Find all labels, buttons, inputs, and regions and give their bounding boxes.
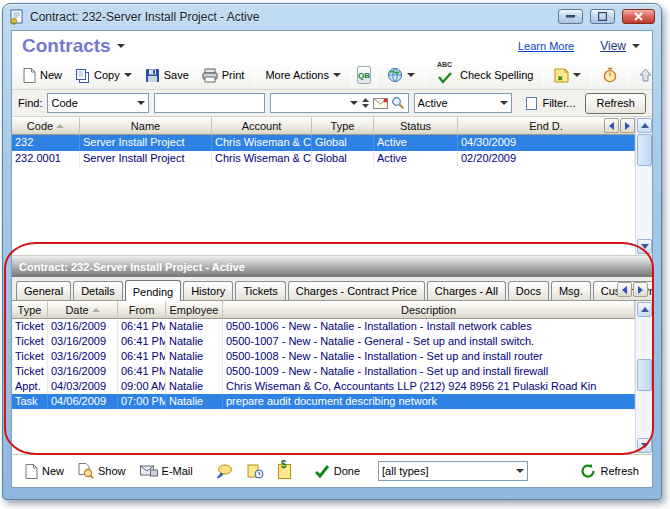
column-header-type[interactable]: Type — [312, 117, 374, 135]
pending-grid-rows: Ticket03/16/200906:41 PMNatalie0500-1006… — [12, 319, 635, 409]
email-button[interactable]: E-Mail — [135, 463, 198, 479]
save-floppy-icon — [145, 68, 160, 83]
filter-checkbox[interactable] — [526, 97, 538, 110]
view-menu[interactable]: View — [600, 39, 626, 53]
scrollbar-thumb[interactable] — [637, 359, 652, 391]
scroll-down-button[interactable] — [637, 239, 652, 254]
web-button[interactable] — [382, 65, 420, 85]
table-row[interactable]: Task04/06/200907:00 PMNatalieprepare aud… — [12, 394, 635, 409]
chevron-down-icon — [350, 101, 358, 105]
chevron-down-icon — [137, 101, 145, 105]
more-actions-button[interactable]: More Actions — [260, 67, 346, 83]
refresh-activities-button[interactable]: Refresh — [575, 461, 644, 481]
column-header-date[interactable]: Date — [48, 301, 118, 319]
web-chevron-down-icon — [407, 73, 415, 77]
column-header-account[interactable]: Account — [212, 117, 312, 135]
check-spelling-button[interactable]: ABC Check Spelling — [431, 64, 538, 86]
new-button[interactable]: New — [18, 66, 67, 85]
refresh-icon — [580, 463, 596, 479]
column-scroll-left-button[interactable] — [604, 118, 619, 133]
column-header-type[interactable]: Type — [12, 301, 48, 319]
pending-grid: Type Date From Employee Description Tick… — [12, 301, 652, 454]
move-up-button[interactable] — [634, 66, 653, 84]
new-page-icon — [23, 68, 36, 83]
chevron-down-icon — [500, 101, 508, 105]
scroll-down-button[interactable] — [637, 438, 652, 453]
tab-msg[interactable]: Msg. — [551, 281, 591, 300]
type-filter-select[interactable]: [all types] — [378, 461, 528, 481]
quickbooks-button[interactable]: QB — [357, 66, 371, 84]
mail-list-icon[interactable] — [373, 98, 388, 109]
refresh-button[interactable]: Refresh — [585, 93, 646, 114]
timer-button[interactable] — [597, 65, 623, 85]
table-cell: Active — [374, 135, 458, 151]
table-cell: Natalie — [166, 394, 223, 409]
column-scroll-right-button[interactable] — [620, 118, 635, 133]
find-field-select[interactable]: Code — [47, 93, 149, 113]
column-header-employee[interactable]: Employee — [166, 301, 223, 319]
tab-scroll-left-button[interactable] — [617, 282, 632, 297]
window-title: Contract: 232-Server Install Project - A… — [30, 10, 551, 24]
table-row[interactable]: Ticket03/16/200906:41 PMNatalie0500-1009… — [12, 364, 635, 379]
new-activity-button[interactable]: New — [20, 462, 69, 481]
export-note-icon — [554, 68, 569, 83]
tab-pending[interactable]: Pending — [125, 280, 181, 301]
contracts-grid: Code Name Account Type Status End D. 232… — [12, 117, 652, 256]
tab-history[interactable]: History — [183, 281, 233, 300]
show-button[interactable]: Show — [73, 461, 131, 481]
print-button[interactable]: Print — [197, 66, 250, 85]
search-input[interactable] — [154, 93, 265, 113]
table-row[interactable]: 232Server Install ProjectChris Wiseman &… — [12, 135, 635, 151]
tab-general[interactable]: General — [16, 281, 71, 300]
scroll-up-button[interactable] — [637, 302, 652, 317]
table-row[interactable]: Ticket03/16/200906:41 PMNatalie0500-1006… — [12, 319, 635, 334]
export-button[interactable] — [549, 66, 586, 85]
close-button[interactable] — [622, 9, 655, 24]
tab-charges-contract-price[interactable]: Charges - Contract Price — [288, 281, 425, 300]
new-charge-button[interactable]: $ — [273, 462, 296, 481]
pending-grid-scrollbar[interactable] — [635, 301, 652, 454]
tab-scroll-right-button[interactable] — [633, 282, 648, 297]
callout-balloon-icon — [216, 464, 233, 479]
tab-tickets[interactable]: Tickets — [235, 281, 285, 300]
view-chevron-down-icon[interactable] — [632, 44, 640, 48]
minimize-button[interactable] — [558, 9, 583, 24]
contracts-grid-header: Code Name Account Type Status End D. — [12, 117, 635, 135]
contracts-grid-scrollbar[interactable] — [635, 117, 652, 255]
new-appointment-button[interactable] — [242, 462, 269, 481]
learn-more-link[interactable]: Learn More — [518, 40, 574, 52]
table-row[interactable]: Ticket03/16/200906:41 PMNatalie0500-1007… — [12, 334, 635, 349]
table-cell: 09:00 AM — [118, 379, 166, 394]
copy-icon — [75, 68, 90, 83]
updown-arrows-icon[interactable] — [361, 97, 370, 109]
column-header-description[interactable]: Description — [223, 301, 635, 319]
table-row[interactable]: Appt.04/03/200909:00 AMNatalieChris Wise… — [12, 379, 635, 394]
scrollbar-thumb[interactable] — [637, 134, 652, 166]
title-bar[interactable]: Contract: 232-Server Install Project - A… — [3, 4, 661, 29]
column-header-status[interactable]: Status — [374, 117, 458, 135]
search-icon[interactable] — [391, 96, 405, 110]
stopwatch-icon — [602, 67, 618, 83]
tab-charges-all[interactable]: Charges - All — [427, 281, 506, 300]
table-row[interactable]: 232.0001Server Install ProjectChris Wise… — [12, 151, 635, 167]
chevron-down-icon[interactable] — [117, 44, 125, 48]
column-header-name[interactable]: Name — [80, 117, 212, 135]
table-cell: 06:41 PM — [118, 364, 166, 379]
restore-button[interactable] — [590, 9, 615, 24]
column-header-from[interactable]: From — [118, 301, 166, 319]
column-header-code[interactable]: Code — [12, 117, 80, 135]
status-filter-select[interactable]: Active — [414, 93, 512, 113]
scroll-up-button[interactable] — [637, 118, 652, 133]
table-cell: 06:41 PM — [118, 319, 166, 334]
table-cell: 02/20/2009 — [458, 151, 635, 167]
tab-details[interactable]: Details — [73, 281, 123, 300]
table-row[interactable]: Ticket03/16/200906:41 PMNatalie0500-1008… — [12, 349, 635, 364]
export-chevron-down-icon — [573, 73, 581, 77]
tab-docs[interactable]: Docs — [508, 281, 549, 300]
save-button[interactable]: Save — [140, 66, 194, 85]
done-button[interactable]: Done — [309, 463, 365, 480]
quick-search-combo[interactable] — [270, 93, 408, 113]
copy-button[interactable]: Copy — [70, 66, 137, 85]
new-call-button[interactable] — [211, 462, 238, 481]
table-cell: 0500-1008 - New - Natalie - Installation… — [223, 349, 635, 364]
